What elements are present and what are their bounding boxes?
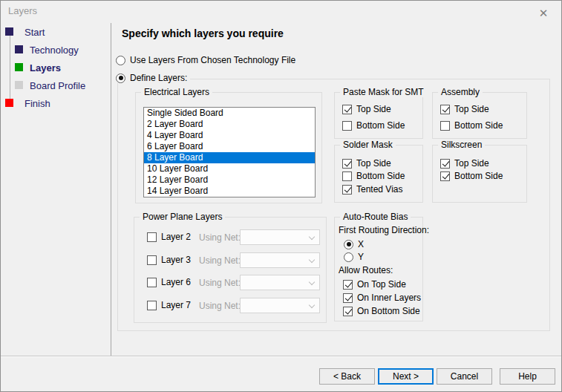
checkbox-top-side[interactable]: Top Side xyxy=(342,158,391,169)
window-title: Layers xyxy=(8,5,37,16)
checkbox-icon[interactable] xyxy=(440,159,450,169)
group-title: Solder Mask xyxy=(340,140,396,150)
checkbox-bottom-side[interactable]: Bottom Side xyxy=(342,120,405,131)
radio-define-layers[interactable]: Define Layers: xyxy=(116,73,190,83)
list-item[interactable]: 10 Layer Board xyxy=(144,163,315,174)
group-title: Silkscreen xyxy=(438,140,485,150)
checkbox-icon[interactable] xyxy=(343,280,353,290)
checkbox-label: Bottom Side xyxy=(454,171,503,181)
chevron-down-icon xyxy=(309,302,315,308)
checkbox-label: Bottom Side xyxy=(356,120,405,131)
checkbox-bottom-side[interactable]: Bottom Side xyxy=(342,171,405,181)
using-net-label: Using Net: xyxy=(199,255,241,266)
sidebar-item-technology[interactable]: Technology xyxy=(30,45,79,56)
back-button[interactable]: < Back xyxy=(319,368,375,385)
sidebar-item-layers[interactable]: Layers xyxy=(30,62,61,74)
radio-use-technology-layers[interactable]: Use Layers From Chosen Technology File xyxy=(116,55,295,65)
checkbox-icon[interactable] xyxy=(440,121,450,131)
checkbox-icon[interactable] xyxy=(342,172,352,181)
checkbox-layer-3[interactable]: Layer 3 xyxy=(147,255,191,265)
checkbox-icon[interactable] xyxy=(440,105,450,114)
list-item[interactable]: 4 Layer Board xyxy=(144,130,315,141)
checkbox-icon[interactable] xyxy=(147,301,157,310)
electrical-layers-listbox[interactable]: Single Sided Board2 Layer Board4 Layer B… xyxy=(143,107,316,197)
list-item[interactable]: 14 Layer Board xyxy=(144,186,315,197)
checkbox-icon[interactable] xyxy=(343,293,353,303)
radio-direction-x[interactable]: X xyxy=(344,239,364,249)
checkbox-top-side[interactable]: Top Side xyxy=(440,158,489,169)
checkbox-tented-vias[interactable]: Tented Vias xyxy=(342,184,403,195)
checkbox-label: On Bottom Side xyxy=(357,306,420,316)
checkbox-on-inner-layers[interactable]: On Inner Layers xyxy=(343,293,421,303)
silkscreen-group: Silkscreen Top SideBottom Side xyxy=(432,145,527,203)
step-marker-board-profile xyxy=(15,81,23,89)
first-routing-direction-label: First Routing Direction: xyxy=(339,225,429,235)
checkbox-layer-2[interactable]: Layer 2 xyxy=(147,232,191,242)
close-icon[interactable]: ✕ xyxy=(532,4,555,23)
checkbox-bottom-side[interactable]: Bottom Side xyxy=(440,120,503,131)
net-select-layer-3[interactable] xyxy=(240,252,320,268)
list-item[interactable]: Single Sided Board xyxy=(144,108,315,119)
checkbox-icon[interactable] xyxy=(147,232,157,242)
using-net-label: Using Net: xyxy=(199,278,241,288)
radio-icon[interactable] xyxy=(344,240,353,249)
assembly-group: Assembly Top SideBottom Side xyxy=(432,92,527,139)
checkbox-icon[interactable] xyxy=(440,172,450,181)
checkbox-icon[interactable] xyxy=(343,307,353,316)
step-marker-layers xyxy=(15,63,23,71)
checkbox-top-side[interactable]: Top Side xyxy=(342,104,391,114)
radio-label: Define Layers: xyxy=(130,73,187,83)
radio-label: X xyxy=(358,239,364,249)
radio-label: Y xyxy=(358,252,364,262)
group-title: Paste Mask for SMT xyxy=(340,87,427,97)
radio-icon[interactable] xyxy=(116,74,125,83)
list-item[interactable]: 2 Layer Board xyxy=(144,119,315,130)
power-plane-layers-group: Power Plane Layers Layer 2Using Net:Laye… xyxy=(134,217,327,323)
list-item[interactable]: 8 Layer Board xyxy=(144,152,315,163)
footer-divider xyxy=(1,356,562,357)
radio-direction-y[interactable]: Y xyxy=(344,252,364,262)
checkbox-label: Layer 7 xyxy=(161,300,191,310)
radio-icon[interactable] xyxy=(344,252,353,262)
using-net-label: Using Net: xyxy=(199,301,241,311)
wizard-steps-connector xyxy=(10,35,10,100)
checkbox-bottom-side[interactable]: Bottom Side xyxy=(440,171,503,181)
next-button[interactable]: Next > xyxy=(378,368,434,385)
checkbox-label: Top Side xyxy=(454,158,489,169)
net-select-layer-6[interactable] xyxy=(240,275,320,290)
using-net-label: Using Net: xyxy=(199,232,241,243)
checkbox-icon[interactable] xyxy=(342,159,352,169)
checkbox-top-side[interactable]: Top Side xyxy=(440,104,489,114)
group-title: Assembly xyxy=(438,87,483,97)
define-layers-group: Electrical Layers Single Sided Board2 La… xyxy=(117,79,550,331)
radio-icon[interactable] xyxy=(116,56,125,65)
checkbox-label: Layer 2 xyxy=(161,232,191,242)
sidebar-item-start[interactable]: Start xyxy=(24,27,45,38)
sidebar-item-finish[interactable]: Finish xyxy=(24,98,50,109)
sidebar-item-board-profile[interactable]: Board Profile xyxy=(30,80,85,91)
checkbox-on-top-side[interactable]: On Top Side xyxy=(343,279,406,290)
checkbox-icon[interactable] xyxy=(147,255,157,265)
net-select-layer-7[interactable] xyxy=(240,298,320,313)
checkbox-label: Bottom Side xyxy=(454,120,503,131)
checkbox-layer-6[interactable]: Layer 6 xyxy=(147,277,191,287)
step-marker-start xyxy=(5,27,13,36)
list-item[interactable]: 6 Layer Board xyxy=(144,141,315,152)
help-button[interactable]: Help xyxy=(500,368,555,385)
checkbox-icon[interactable] xyxy=(342,121,352,131)
checkbox-icon[interactable] xyxy=(342,105,352,114)
list-item[interactable]: 12 Layer Board xyxy=(144,174,315,186)
checkbox-on-bottom-side[interactable]: On Bottom Side xyxy=(343,306,420,316)
chevron-down-icon xyxy=(309,234,315,240)
checkbox-icon[interactable] xyxy=(342,185,352,195)
electrical-layers-group: Electrical Layers Single Sided Board2 La… xyxy=(135,92,322,203)
chevron-down-icon xyxy=(309,257,315,263)
checkbox-layer-7[interactable]: Layer 7 xyxy=(147,300,191,310)
checkbox-label: Top Side xyxy=(356,104,391,114)
checkbox-icon[interactable] xyxy=(147,278,157,287)
net-select-layer-2[interactable] xyxy=(240,229,320,245)
cancel-button[interactable]: Cancel xyxy=(437,368,492,385)
solder-mask-group: Solder Mask Top SideBottom SideTented Vi… xyxy=(334,145,423,203)
checkbox-label: Top Side xyxy=(454,104,489,114)
allow-routes-label: Allow Routes: xyxy=(339,265,393,275)
